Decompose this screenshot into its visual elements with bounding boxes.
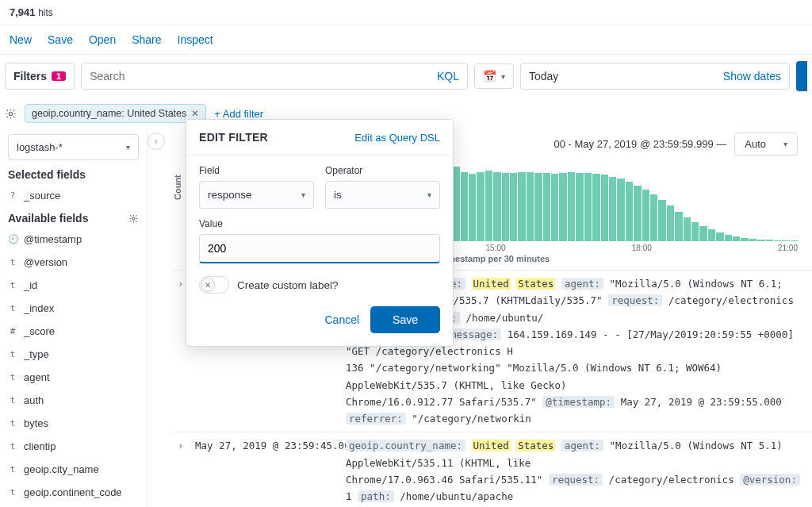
custom-label-text: Create custom label?	[237, 279, 339, 291]
histogram-bar[interactable]	[741, 238, 748, 242]
cancel-button[interactable]: Cancel	[324, 313, 359, 326]
histogram-bar[interactable]	[650, 194, 657, 241]
edit-query-dsl-link[interactable]: Edit as Query DSL	[354, 132, 440, 144]
histogram-bar[interactable]	[716, 232, 723, 241]
field-name: _index	[24, 302, 54, 314]
selected-fields-heading: Selected fields	[8, 168, 139, 181]
interval-select[interactable]: Auto ▾	[734, 133, 798, 156]
menu-save[interactable]: Save	[48, 33, 73, 46]
histogram-bar[interactable]	[518, 172, 525, 242]
histogram-bar[interactable]	[617, 179, 624, 241]
field-select[interactable]: response ▾	[199, 181, 314, 209]
histogram-bar[interactable]	[684, 217, 691, 241]
refresh-button[interactable]	[796, 61, 807, 91]
menu-share[interactable]: Share	[132, 33, 161, 46]
filters-badge: 1	[52, 71, 66, 81]
field-type-icon: t	[8, 395, 17, 405]
histogram-bar[interactable]	[699, 226, 707, 241]
date-range-button[interactable]: Today Show dates	[520, 63, 790, 90]
histogram-bar[interactable]	[510, 173, 517, 241]
field-row[interactable]: tclientip	[8, 435, 139, 458]
histogram-bar[interactable]	[733, 236, 740, 241]
histogram-bar[interactable]	[774, 240, 781, 241]
field-row[interactable]: t@version	[8, 251, 139, 274]
calendar-button[interactable]: 📅 ▾	[474, 63, 514, 89]
gear-icon[interactable]	[128, 213, 139, 224]
histogram-bar[interactable]	[576, 173, 583, 241]
histogram-bar[interactable]	[502, 173, 509, 241]
field-row[interactable]: tgeoip.continent_code	[8, 481, 139, 504]
filter-settings-icon[interactable]	[5, 108, 17, 120]
histogram-bar[interactable]	[667, 205, 674, 241]
index-pattern-select[interactable]: logstash-* ▾	[8, 134, 139, 160]
search-container[interactable]: KQL	[81, 63, 468, 90]
field-row[interactable]: tbytes	[8, 412, 139, 435]
histogram-bar[interactable]	[527, 172, 534, 242]
histogram-bar[interactable]	[791, 240, 798, 241]
field-row[interactable]: #_score	[8, 320, 139, 343]
histogram-bar[interactable]	[634, 186, 641, 241]
operator-select[interactable]: is ▾	[325, 181, 440, 209]
filters-label: Filters	[13, 70, 47, 83]
histogram-bar[interactable]	[559, 173, 566, 241]
histogram-bar[interactable]	[584, 173, 592, 241]
save-button[interactable]: Save	[370, 306, 440, 333]
histogram-bar[interactable]	[543, 173, 550, 241]
filters-button[interactable]: Filters 1	[5, 63, 75, 90]
field-type-icon: t	[8, 418, 17, 428]
value-input[interactable]	[199, 234, 440, 263]
add-filter-link[interactable]: + Add filter	[214, 108, 263, 120]
menu-inspect[interactable]: Inspect	[178, 33, 213, 46]
available-fields-heading: Available fields	[8, 212, 139, 225]
histogram-bar[interactable]	[601, 175, 608, 241]
histogram-bar[interactable]	[766, 240, 773, 241]
field-type-icon: t	[8, 280, 17, 290]
histogram-bar[interactable]	[485, 171, 492, 241]
histogram-bar[interactable]	[461, 172, 468, 242]
custom-label-toggle[interactable]: ✕	[199, 276, 229, 294]
close-icon[interactable]: ✕	[191, 108, 199, 119]
histogram-bar[interactable]	[469, 174, 476, 241]
field-row[interactable]: t_id	[8, 274, 139, 297]
expand-icon[interactable]: ›	[178, 437, 187, 507]
field-type-icon: t	[8, 303, 17, 313]
filter-pill[interactable]: geoip.country_name: United States ✕	[25, 104, 206, 123]
menu-new[interactable]: New	[10, 33, 32, 46]
field-row[interactable]: tgeoip.country_code2	[8, 504, 139, 507]
histogram-bar[interactable]	[642, 190, 649, 241]
field-row[interactable]: ?_source	[8, 184, 139, 207]
histogram-bar[interactable]	[551, 174, 558, 241]
histogram-bar[interactable]	[592, 174, 599, 241]
histogram-bar[interactable]	[691, 222, 699, 241]
show-dates-link[interactable]: Show dates	[723, 70, 781, 83]
menu-open[interactable]: Open	[89, 33, 116, 46]
field-type-icon: t	[8, 464, 17, 474]
histogram-bar[interactable]	[725, 235, 732, 241]
field-row[interactable]: tgeoip.city_name	[8, 458, 139, 481]
field-row[interactable]: tagent	[8, 366, 139, 389]
histogram-bar[interactable]	[493, 172, 500, 242]
sidebar-collapse-button[interactable]: ‹	[147, 133, 165, 150]
histogram-bar[interactable]	[749, 239, 756, 241]
field-name: agent	[24, 371, 50, 383]
field-row[interactable]: t_type	[8, 343, 139, 366]
histogram-bar[interactable]	[782, 240, 789, 241]
histogram-bar[interactable]	[609, 177, 616, 241]
hits-count: 7,941	[10, 6, 36, 18]
histogram-bar[interactable]	[675, 212, 682, 242]
hits-label: hits	[38, 7, 53, 18]
histogram-bar[interactable]	[534, 173, 542, 241]
histogram-bar[interactable]	[708, 229, 715, 241]
histogram-bar[interactable]	[477, 172, 484, 242]
field-row[interactable]: 🕘@timestamp	[8, 228, 139, 251]
histogram-bar[interactable]	[658, 200, 665, 242]
sidebar: logstash-* ▾ Selected fields ?_source Av…	[0, 128, 147, 507]
calendar-icon: 📅	[483, 70, 496, 83]
histogram-bar[interactable]	[757, 240, 764, 242]
kql-toggle[interactable]: KQL	[437, 70, 459, 83]
histogram-bar[interactable]	[626, 182, 633, 241]
field-row[interactable]: tauth	[8, 389, 139, 412]
histogram-bar[interactable]	[568, 172, 575, 242]
search-input[interactable]	[90, 70, 437, 83]
field-row[interactable]: t_index	[8, 297, 139, 320]
